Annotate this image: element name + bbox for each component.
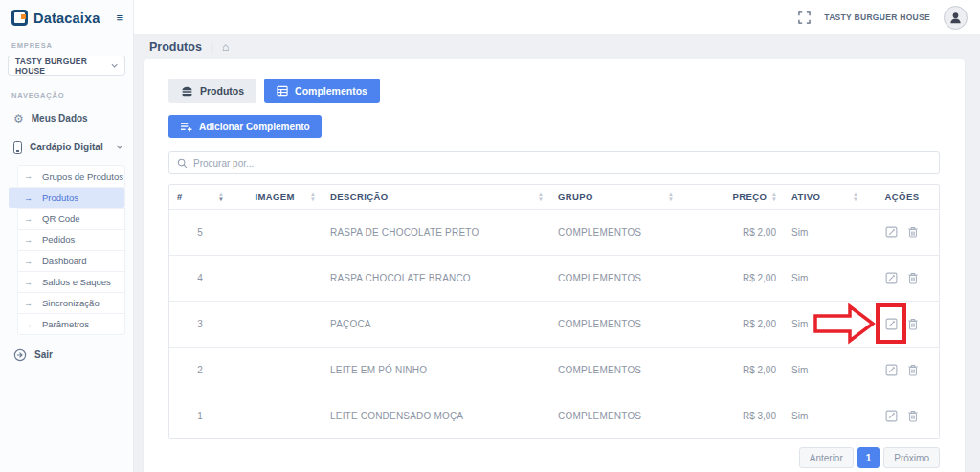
add-list-icon: [180, 122, 192, 132]
company-select[interactable]: TASTY BURGUER HOUSE: [8, 56, 125, 76]
fullscreen-icon[interactable]: [798, 11, 811, 24]
table-row: 2 LEITE EM PÓ NINHO COMPLEMENTOS R$ 2,00…: [169, 347, 939, 393]
sidebar-item-sair[interactable]: Sair: [0, 345, 133, 365]
brand-name: Datacaixa: [33, 11, 110, 26]
sidebar-item-sincronizacao[interactable]: → Sincronização: [18, 292, 124, 313]
smartphone-icon: [13, 141, 22, 154]
sort-icons: ▴▾: [772, 192, 776, 201]
sidebar-item-meus-dados[interactable]: ⚙ Meus Dados: [0, 108, 133, 128]
arrow-icon: →: [24, 299, 33, 308]
tab-complementos[interactable]: Complementos: [264, 79, 380, 103]
cell-grupo: COMPLEMENTOS: [550, 365, 680, 375]
trash-icon: [907, 364, 919, 376]
cell-acoes: [865, 226, 939, 238]
table-row: 3 PAÇOCA COMPLEMENTOS R$ 2,00 Sim: [169, 301, 939, 347]
delete-button[interactable]: [907, 410, 919, 422]
arrow-icon: →: [24, 257, 33, 266]
column-header-imagem[interactable]: IMAGEM ▴▾: [231, 185, 323, 209]
add-complement-button[interactable]: Adicionar Complemento: [168, 115, 322, 138]
edit-button[interactable]: [885, 226, 898, 238]
cell-ativo: Sim: [784, 365, 865, 375]
page-title: Produtos: [149, 40, 202, 54]
edit-icon: [885, 272, 898, 284]
sidebar-item-saldos-e-saques[interactable]: → Saldos e Saques: [18, 271, 124, 292]
arrow-icon: →: [24, 236, 33, 245]
cell-acoes: [865, 364, 939, 376]
sidebar-item-parametros[interactable]: → Parâmetros: [18, 313, 124, 334]
burger-icon: [181, 86, 193, 97]
chevron-down-icon: [116, 145, 123, 149]
sidebar-toggle-icon[interactable]: ≡: [116, 11, 123, 25]
arrow-icon: →: [24, 214, 33, 224]
page-1-button[interactable]: 1: [858, 447, 880, 468]
tab-produtos[interactable]: Produtos: [168, 79, 256, 103]
gear-icon: ⚙: [13, 113, 24, 124]
sidebar-item-label: Meus Dados: [32, 113, 123, 124]
table-row: 5 RASPA DE CHOCOLATE PRETO COMPLEMENTOS …: [169, 209, 939, 255]
sidebar-item-grupos-de-produtos[interactable]: → Grupos de Produtos: [18, 166, 124, 187]
arrow-icon: →: [24, 171, 33, 181]
edit-button[interactable]: [885, 364, 898, 376]
sort-icons: ▴▾: [219, 192, 223, 201]
cell-preco: R$ 2,00: [680, 227, 784, 237]
edit-button-highlighted[interactable]: [885, 318, 898, 330]
cell-grupo: COMPLEMENTOS: [550, 319, 680, 329]
home-icon[interactable]: ⌂: [222, 40, 229, 54]
cell-preco: R$ 2,00: [680, 365, 784, 375]
delete-button[interactable]: [907, 364, 919, 376]
search-icon: [177, 158, 188, 169]
person-icon: [948, 11, 963, 25]
nav-section-label: NAVEGAÇÃO: [0, 91, 133, 100]
cell-ativo: Sim: [784, 411, 865, 421]
topbar-company-name: TASTY BURGUER HOUSE: [824, 12, 930, 22]
column-header-ativo[interactable]: ATIVO ▴▾: [784, 185, 865, 209]
table-row: 4 RASPA CHOCOLATE BRANCO COMPLEMENTOS R$…: [169, 255, 939, 301]
sidebar-item-produtos[interactable]: → Produtos: [9, 187, 124, 208]
delete-button[interactable]: [907, 272, 919, 284]
arrow-icon: →: [24, 193, 33, 203]
table-header-row: # ▴▾ IMAGEM ▴▾ DESCRIÇÃO ▴▾ GRUPO ▴▾ PRE…: [169, 185, 939, 209]
prev-button[interactable]: Anterior: [799, 447, 854, 468]
edit-button[interactable]: [885, 272, 898, 284]
search-box: [168, 151, 940, 174]
next-button[interactable]: Próximo: [883, 447, 940, 468]
sidebar-item-cardapio-digital[interactable]: Cardápio Digital: [0, 137, 133, 157]
grid-list-icon: [277, 85, 288, 97]
cell-grupo: COMPLEMENTOS: [550, 273, 680, 283]
column-header-grupo[interactable]: GRUPO ▴▾: [550, 185, 680, 209]
table-row: 1 LEITE CONDENSADO MOÇA COMPLEMENTOS R$ …: [169, 393, 939, 438]
cell-grupo: COMPLEMENTOS: [550, 227, 680, 237]
cell-descricao: LEITE CONDENSADO MOÇA: [323, 411, 550, 421]
column-header-preco[interactable]: PREÇO ▴▾: [680, 185, 784, 209]
trash-icon: [907, 226, 919, 238]
delete-button[interactable]: [907, 226, 919, 238]
cell-descricao: PAÇOCA: [323, 319, 550, 329]
products-card: Produtos Complementos Adicionar Compleme…: [144, 59, 965, 472]
cell-descricao: RASPA DE CHOCOLATE PRETO: [323, 227, 550, 237]
sort-icons: ▴▾: [669, 192, 673, 201]
sort-icons: ▴▾: [854, 192, 858, 201]
column-header-num[interactable]: # ▴▾: [169, 185, 231, 209]
delete-button[interactable]: [907, 318, 919, 330]
edit-icon: [885, 318, 898, 330]
search-input[interactable]: [193, 158, 931, 169]
edit-button[interactable]: [885, 410, 898, 422]
sidebar-item-qr-code[interactable]: → QR Code: [18, 208, 124, 229]
arrow-icon: →: [24, 278, 33, 287]
avatar[interactable]: [944, 6, 968, 30]
sidebar-item-pedidos[interactable]: → Pedidos: [18, 229, 124, 250]
brand: Datacaixa ≡: [0, 0, 133, 26]
sidebar: Datacaixa ≡ EMPRESA TASTY BURGUER HOUSE …: [0, 0, 134, 472]
sidebar-item-dashboard[interactable]: → Dashboard: [18, 250, 124, 271]
cell-grupo: COMPLEMENTOS: [550, 411, 680, 421]
main-content: Produtos | ⌂ Produtos Compleme: [134, 34, 980, 472]
cell-descricao: LEITE EM PÓ NINHO: [323, 365, 550, 375]
cell-num: 3: [169, 319, 231, 329]
cell-ativo: Sim: [784, 273, 865, 283]
edit-icon: [885, 364, 898, 376]
brand-logo-icon: [11, 10, 28, 26]
company-section-label: EMPRESA: [0, 41, 133, 50]
tabs: Produtos Complementos: [168, 79, 940, 103]
column-header-descricao[interactable]: DESCRIÇÃO ▴▾: [323, 185, 550, 209]
sidebar-item-label: Cardápio Digital: [30, 142, 108, 152]
